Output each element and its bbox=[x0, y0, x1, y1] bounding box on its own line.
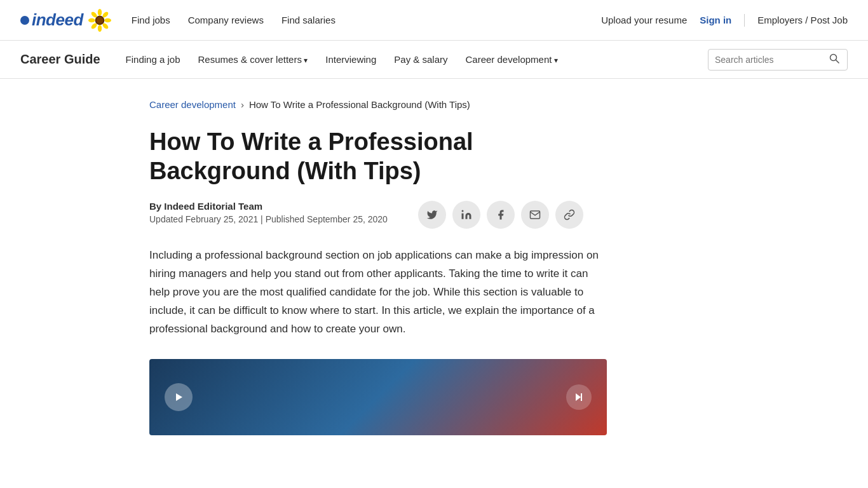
play-icon bbox=[173, 392, 184, 402]
video-placeholder bbox=[149, 359, 607, 435]
article-title: How To Write a Professional Background (… bbox=[149, 128, 607, 186]
author-info: By Indeed Editorial Team Updated Februar… bbox=[149, 201, 388, 224]
company-reviews-link[interactable]: Company reviews bbox=[188, 15, 264, 25]
svg-point-2 bbox=[98, 9, 102, 16]
svg-point-6 bbox=[98, 25, 102, 32]
svg-marker-15 bbox=[176, 393, 182, 401]
find-salaries-link[interactable]: Find salaries bbox=[281, 15, 336, 25]
career-development-link[interactable]: Career development bbox=[466, 54, 558, 65]
linkedin-icon bbox=[461, 209, 472, 220]
breadcrumb-parent-link[interactable]: Career development bbox=[149, 99, 236, 110]
article-intro: Including a professional background sect… bbox=[149, 247, 607, 338]
facebook-icon bbox=[495, 209, 506, 220]
video-play-button[interactable] bbox=[165, 383, 193, 411]
share-email-button[interactable] bbox=[521, 201, 549, 229]
sunflower-icon bbox=[88, 9, 111, 32]
svg-line-13 bbox=[836, 60, 839, 63]
search-submit-button[interactable] bbox=[828, 53, 841, 66]
logo-area: indeed bbox=[20, 9, 111, 32]
link-icon bbox=[564, 209, 575, 220]
svg-point-11 bbox=[96, 17, 103, 24]
career-guide-title: Career Guide bbox=[20, 52, 100, 67]
svg-rect-17 bbox=[581, 393, 582, 401]
top-navigation: indeed Find jobs Company reviews Find sa… bbox=[0, 0, 868, 41]
main-content: Career development › How To Write a Prof… bbox=[129, 79, 739, 435]
svg-point-8 bbox=[88, 18, 95, 22]
indeed-dot-icon bbox=[20, 16, 29, 25]
search-articles-input[interactable] bbox=[715, 55, 828, 65]
resumes-cover-letters-link[interactable]: Resumes & cover letters bbox=[198, 54, 308, 65]
share-facebook-button[interactable] bbox=[487, 201, 515, 229]
svg-point-0 bbox=[20, 16, 29, 25]
article-meta: By Indeed Editorial Team Updated Februar… bbox=[149, 201, 719, 229]
email-icon bbox=[529, 209, 541, 220]
svg-point-14 bbox=[461, 210, 463, 212]
share-twitter-button[interactable] bbox=[418, 201, 446, 229]
nav-divider bbox=[744, 14, 745, 27]
breadcrumb: Career development › How To Write a Prof… bbox=[149, 99, 719, 110]
indeed-logo-text: indeed bbox=[32, 10, 83, 30]
breadcrumb-current: How To Write a Professional Background (… bbox=[249, 99, 470, 110]
pay-salary-link[interactable]: Pay & salary bbox=[394, 54, 447, 65]
share-buttons bbox=[418, 201, 583, 229]
employers-link[interactable]: Employers / Post Job bbox=[757, 15, 848, 25]
upload-resume-link[interactable]: Upload your resume bbox=[601, 15, 687, 25]
sign-in-link[interactable]: Sign in bbox=[700, 15, 731, 25]
top-nav-links: Find jobs Company reviews Find salaries bbox=[132, 15, 601, 25]
finding-a-job-link[interactable]: Finding a job bbox=[126, 54, 180, 65]
search-icon bbox=[829, 53, 839, 64]
article-dates: Updated February 25, 2021 | Published Se… bbox=[149, 214, 388, 224]
svg-point-4 bbox=[104, 18, 111, 22]
svg-marker-16 bbox=[576, 393, 581, 401]
career-nav-links: Finding a job Resumes & cover letters In… bbox=[126, 54, 688, 65]
search-box[interactable] bbox=[708, 49, 848, 71]
forward-icon bbox=[574, 392, 584, 402]
author-name: By Indeed Editorial Team bbox=[149, 201, 388, 212]
share-link-button[interactable] bbox=[555, 201, 583, 229]
career-guide-navigation: Career Guide Finding a job Resumes & cov… bbox=[0, 41, 868, 79]
indeed-logo[interactable]: indeed bbox=[20, 10, 83, 30]
breadcrumb-separator: › bbox=[241, 99, 244, 110]
find-jobs-link[interactable]: Find jobs bbox=[132, 15, 170, 25]
share-linkedin-button[interactable] bbox=[452, 201, 480, 229]
interviewing-link[interactable]: Interviewing bbox=[325, 54, 376, 65]
twitter-icon bbox=[426, 209, 438, 220]
video-forward-button[interactable] bbox=[566, 384, 592, 410]
top-nav-right: Upload your resume Sign in Employers / P… bbox=[601, 14, 848, 27]
